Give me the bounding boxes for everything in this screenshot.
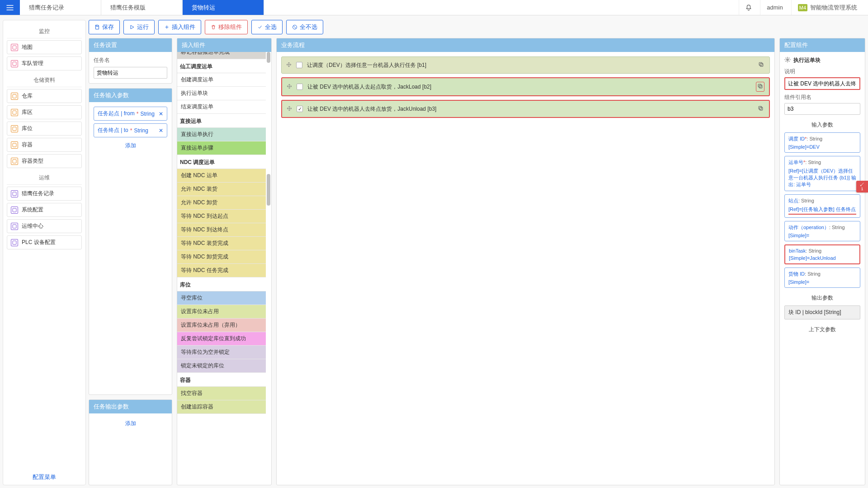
config-param[interactable]: 动作（operation）: String[Simple]= — [784, 221, 860, 241]
flow-step[interactable]: 让调度（DEV）选择任意一台机器人执行任务 [b1] — [281, 56, 770, 74]
plugin-category: 直接运单 — [177, 114, 266, 128]
flow-checkbox[interactable] — [296, 62, 302, 68]
plugin-item[interactable]: 允许 NDC 装货 — [177, 183, 266, 196]
sidebar-item-label: 容器类型 — [22, 157, 43, 165]
insert-component-button[interactable]: 插入组件 — [158, 20, 201, 34]
sidebar-item[interactable]: 容器 — [7, 138, 82, 152]
hamburger-menu[interactable] — [0, 0, 20, 15]
plugin-item[interactable]: 直接运单执行 — [177, 128, 266, 141]
config-menu-link[interactable]: 配置菜单 — [7, 468, 82, 481]
tab-2[interactable]: 货物转运 — [183, 0, 264, 15]
tab-1[interactable]: 猎鹰任务模版 — [101, 0, 183, 15]
user-name[interactable]: admin — [760, 0, 789, 15]
plugin-item[interactable]: 锁定未锁定的库位 — [177, 359, 266, 373]
svg-point-18 — [787, 59, 788, 61]
task-name-label: 任务名 — [94, 56, 167, 64]
plugin-item[interactable]: 结束调度运单 — [177, 100, 266, 114]
plugin-item[interactable]: 创建调度运单 — [177, 73, 266, 87]
sidebar-item[interactable]: 容器类型 — [7, 154, 82, 168]
config-param[interactable]: 货物 ID: String[Simple]= — [784, 267, 860, 288]
run-button[interactable]: 运行 — [123, 20, 155, 34]
flow-step-label: 让调度（DEV）选择任意一台机器人执行任务 [b1] — [307, 61, 426, 69]
desc-input[interactable] — [784, 77, 860, 90]
save-button[interactable]: 保存 — [89, 20, 120, 34]
sidebar-group-title: 运维 — [7, 170, 82, 185]
scrollbar-thumb-top[interactable] — [267, 52, 270, 63]
remove-param-icon[interactable]: ✕ — [159, 111, 163, 117]
plugin-item[interactable]: 反复尝试锁定库位直到成功 — [177, 332, 266, 346]
sidebar-item-label: 地图 — [22, 43, 33, 51]
brand: M4 智能物流管理系统 — [791, 0, 863, 15]
plugin-item[interactable]: 等待 NDC 卸货完成 — [177, 250, 266, 264]
task-name-input[interactable] — [94, 67, 167, 79]
plugin-item[interactable]: 等待 NDC 任务完成 — [177, 264, 266, 277]
sidebar-item[interactable]: 库位 — [7, 122, 82, 136]
task-input-param[interactable]: 任务终点 | to* String✕ — [94, 123, 167, 137]
sidebar-item[interactable]: PLC 设备配置 — [7, 235, 82, 249]
plugin-item[interactable]: 标记容器搬运单完成 — [177, 52, 266, 59]
copy-icon[interactable] — [757, 61, 765, 70]
config-param[interactable]: binTask: String[Simple]=JackUnload — [784, 244, 860, 264]
sidebar-item[interactable]: 地图 — [7, 40, 82, 54]
select-none-button[interactable]: 全不选 — [286, 20, 323, 34]
plugin-item[interactable]: 创建追踪容器 — [177, 400, 266, 414]
plugin-item[interactable]: 设置库位未占用（弃用） — [177, 319, 266, 332]
input-params-title: 输入参数 — [784, 121, 860, 129]
svg-rect-9 — [13, 225, 16, 228]
plugin-item[interactable]: 设置库位未占用 — [177, 305, 266, 319]
plugin-item[interactable]: 等待 NDC 到达起点 — [177, 210, 266, 223]
plugin-item[interactable]: 等待库位为空并锁定 — [177, 346, 266, 359]
box-icon — [11, 190, 18, 197]
flow-step[interactable]: 让被 DEV 选中的机器人去起点取货，JackLoad [b2] — [281, 77, 770, 96]
add-output-param[interactable]: 添加 — [94, 418, 167, 429]
select-all-button[interactable]: 全选 — [251, 20, 283, 34]
sidebar-item[interactable]: 猎鹰任务记录 — [7, 187, 82, 201]
plugin-item[interactable]: 寻空库位 — [177, 291, 266, 305]
sidebar-item[interactable]: 系统配置 — [7, 203, 82, 217]
flow-checkbox[interactable] — [297, 84, 303, 90]
sidebar-item-label: 库区 — [22, 108, 33, 116]
ref-input[interactable] — [784, 103, 860, 115]
plugin-item[interactable]: 等待 NDC 到达终点 — [177, 223, 266, 237]
plugin-category: NDC 调度运单 — [177, 155, 266, 169]
tab-0[interactable]: 猎鹰任务记录 — [20, 0, 101, 15]
sidebar-item[interactable]: 运维中心 — [7, 219, 82, 233]
scrollbar-thumb[interactable] — [267, 174, 270, 206]
config-param[interactable]: 站点: String[Ref]=[任务输入参数] 任务终点 — [784, 194, 860, 218]
drag-handle-icon[interactable] — [287, 84, 292, 90]
ref-label: 组件引用名 — [784, 94, 860, 101]
config-param[interactable]: 调度 ID*: String[Simple]=DEV — [784, 132, 860, 153]
flow-step-label: 让被 DEV 选中的机器人去起点取货，JackLoad [b2] — [307, 83, 431, 91]
plugin-item[interactable]: 直接运单步骤 — [177, 141, 266, 155]
flow-checkbox[interactable] — [297, 106, 303, 112]
config-param[interactable]: 运单号*: String[Ref]=[让调度（DEV）选择任意一台机器人执行任务… — [784, 156, 860, 191]
output-params-title: 输出参数 — [784, 294, 860, 302]
remove-param-icon[interactable]: ✕ — [159, 127, 163, 134]
sidebar-item[interactable]: 车队管理 — [7, 56, 82, 70]
error-float-badge[interactable]: 1 — [856, 181, 868, 192]
flow-step[interactable]: 让被 DEV 选中的机器人去终点放货，JackUnload [b3] — [281, 100, 770, 118]
copy-icon[interactable] — [756, 82, 764, 92]
add-input-param[interactable]: 添加 — [94, 140, 167, 151]
box-icon — [11, 44, 18, 51]
task-input-param[interactable]: 任务起点 | from* String✕ — [94, 107, 167, 121]
plugin-item[interactable]: 创建 NDC 运单 — [177, 169, 266, 183]
config-header: 配置组件 — [780, 38, 865, 52]
sidebar-item[interactable]: 仓库 — [7, 89, 82, 103]
plugin-item[interactable]: 允许 NDC 卸货 — [177, 196, 266, 210]
plugin-item[interactable]: 等待 NDC 装货完成 — [177, 237, 266, 250]
drag-handle-icon[interactable] — [286, 62, 292, 69]
box-icon — [11, 109, 18, 116]
copy-icon[interactable] — [757, 104, 764, 113]
drag-handle-icon[interactable] — [287, 106, 292, 113]
sidebar-group-title: 监控 — [7, 24, 82, 38]
plugin-item[interactable]: 找空容器 — [177, 387, 266, 400]
box-icon — [11, 125, 18, 132]
svg-rect-8 — [13, 208, 16, 212]
plugin-scrollbar[interactable] — [267, 52, 270, 485]
brand-text: 智能物流管理系统 — [810, 4, 857, 12]
remove-component-button[interactable]: 移除组件 — [205, 20, 248, 34]
plugin-item[interactable]: 执行运单块 — [177, 87, 266, 100]
bell-icon[interactable] — [739, 0, 758, 15]
sidebar-item[interactable]: 库区 — [7, 105, 82, 119]
